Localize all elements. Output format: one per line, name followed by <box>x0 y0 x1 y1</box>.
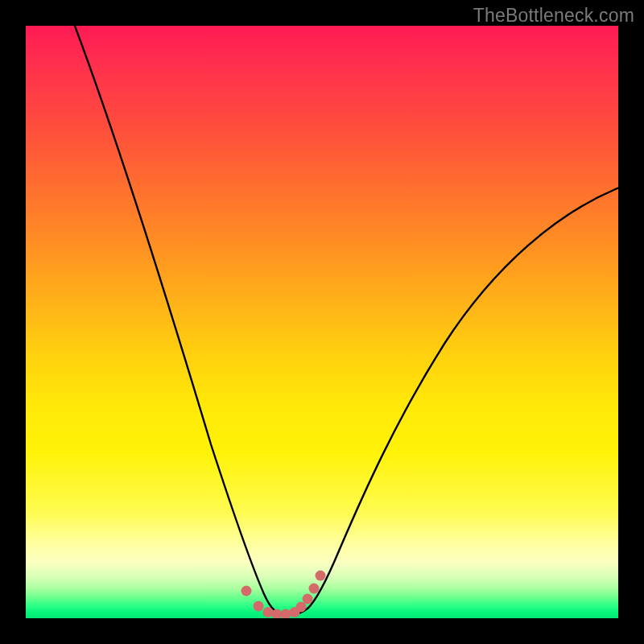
marker-dot <box>309 584 320 594</box>
watermark-text: TheBottleneck.com <box>473 5 634 27</box>
marker-dot <box>254 601 264 612</box>
marker-dot <box>316 571 326 581</box>
marker-dot <box>303 594 313 605</box>
curve-layer <box>26 26 618 618</box>
marker-group <box>242 571 326 619</box>
plot-area <box>26 26 618 618</box>
bottleneck-curve <box>73 26 618 614</box>
marker-dot <box>263 607 274 617</box>
marker-dot <box>242 586 252 597</box>
marker-dot <box>281 609 291 619</box>
chart-frame: TheBottleneck.com <box>0 0 644 644</box>
